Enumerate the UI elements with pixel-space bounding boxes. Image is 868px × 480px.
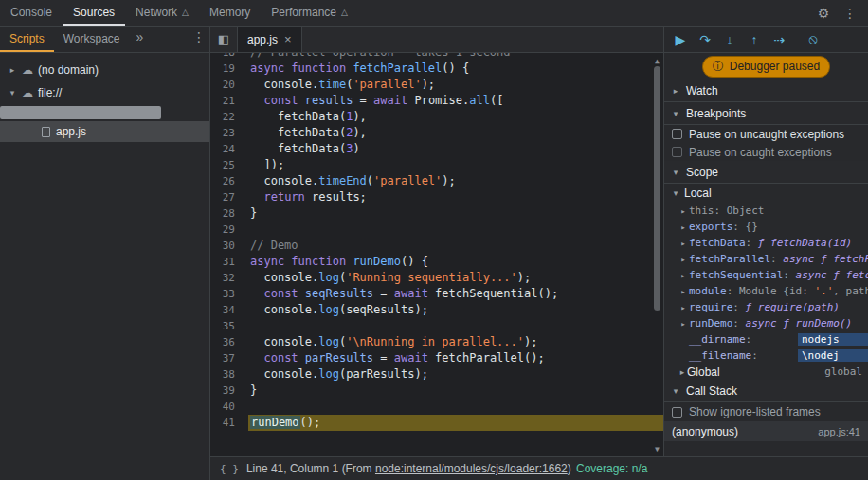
scope-global-row[interactable]: ▸ Global global <box>664 364 868 380</box>
scope-separator: : <box>783 269 795 281</box>
line-number[interactable]: 36 <box>210 334 248 350</box>
call-stack-frame[interactable]: (anonymous)app.js:41 <box>664 421 868 441</box>
step-out-icon[interactable]: ↑ <box>742 28 767 51</box>
deactivate-breakpoints-icon[interactable]: ⦸ <box>801 28 825 51</box>
code-line: 25 ]); <box>210 157 663 173</box>
line-number[interactable]: 26 <box>210 173 248 189</box>
line-number[interactable]: 31 <box>210 254 248 270</box>
code-token: const <box>263 287 298 300</box>
scope-separator: : <box>746 237 758 249</box>
scope-item-fetchsequential[interactable]: ▸fetchSequential: async ƒ fetchSequentia… <box>664 267 868 283</box>
scope-local-header[interactable]: ▾ Local <box>664 184 868 203</box>
section-watch[interactable]: ▸ Watch <box>664 80 868 102</box>
step-into-icon[interactable]: ↓ <box>717 28 742 51</box>
line-number[interactable]: 38 <box>210 366 248 382</box>
scope-variable-value: Module {id: '.', path: '.', …} <box>739 285 868 297</box>
code-text: // Parallel operation - takes 1 second <box>248 53 663 61</box>
scope-item-this[interactable]: ▸this: Object <box>664 203 868 219</box>
line-number[interactable]: 27 <box>210 189 248 205</box>
line-number[interactable]: 40 <box>210 399 248 415</box>
scope-variable-value: async ƒ fetchParallel() <box>783 253 868 265</box>
code-line: 19async function fetchParallel() { <box>210 61 663 77</box>
line-number[interactable]: 32 <box>210 270 248 286</box>
scope-item-fetchparallel[interactable]: ▸fetchParallel: async ƒ fetchParallel() <box>664 251 868 267</box>
settings-gear-icon[interactable]: ⚙ <box>813 3 834 24</box>
code-token: 'Running sequentially...' <box>346 271 517 284</box>
line-number[interactable]: 20 <box>210 77 248 93</box>
code-token: time <box>318 78 346 91</box>
scope-item-exports[interactable]: ▸exports: {} <box>664 219 868 235</box>
line-number[interactable]: 30 <box>210 238 248 254</box>
section-breakpoints[interactable]: ▾ Breakpoints <box>664 102 868 125</box>
scope-value-highlight: \nodej <box>798 349 868 362</box>
loader-source-link[interactable]: node:internal/modules/cjs/loader:1662 <box>375 462 568 475</box>
navigator-tab-scripts[interactable]: Scripts <box>0 27 54 52</box>
checkbox[interactable] <box>672 147 682 157</box>
line-number[interactable]: 28 <box>210 205 248 222</box>
tree-item-file-protocol[interactable]: ▾ ☁ file:// <box>0 81 209 104</box>
section-call-stack[interactable]: ▾ Call Stack <box>664 380 868 402</box>
tree-item-folder-redacted[interactable] <box>0 106 161 119</box>
from-prefix: (From <box>342 462 375 475</box>
editor-scrollbar[interactable]: ▲ ▼ <box>651 53 663 456</box>
scope-item-rundemo[interactable]: ▸runDemo: async ƒ runDemo() <box>664 315 868 331</box>
line-number[interactable]: 21 <box>210 93 248 109</box>
more-tabs-chevron-icon[interactable]: » <box>130 27 151 47</box>
pretty-print-icon[interactable]: { } <box>220 463 239 475</box>
line-number[interactable]: 41 <box>210 415 248 431</box>
triangle-right-icon: ▸ <box>8 65 17 75</box>
line-number[interactable]: 18 <box>210 53 248 61</box>
line-number[interactable]: 22 <box>210 109 248 125</box>
step-over-icon[interactable]: ↷ <box>693 28 717 51</box>
code-token: function <box>291 62 346 75</box>
navigator-tab-workspace[interactable]: Workspace <box>54 27 130 52</box>
close-tab-icon[interactable]: × <box>284 32 292 46</box>
resume-script-icon[interactable]: ▶ <box>668 28 693 51</box>
ignore-listed-checkbox[interactable] <box>672 407 682 418</box>
checkbox[interactable] <box>672 129 682 139</box>
code-editor: ◧ app.js × 18// Parallel operation - tak… <box>210 27 663 456</box>
info-icon: ⓘ <box>713 59 724 75</box>
top-tab-console[interactable]: Console <box>0 0 63 26</box>
line-number[interactable]: 33 <box>210 286 248 302</box>
triangle-down-icon: ▾ <box>671 168 680 177</box>
scope-item-require[interactable]: ▸require: ƒ require(path) <box>664 299 868 315</box>
triangle-right-icon: ▸ <box>678 222 689 232</box>
code-token: const <box>263 94 298 107</box>
line-number[interactable]: 37 <box>210 350 248 366</box>
toggle-navigator-icon[interactable]: ◧ <box>210 27 237 52</box>
scope-item-module[interactable]: ▸module: Module {id: '.', path: '.', …} <box>664 283 868 299</box>
tree-item-app-js-selected[interactable]: app.js <box>0 121 209 142</box>
top-tab-performance[interactable]: Performance△ <box>261 0 358 26</box>
line-number[interactable]: 24 <box>210 141 248 157</box>
line-number[interactable]: 23 <box>210 125 248 141</box>
code-token: log <box>318 303 339 316</box>
navigator-more-icon[interactable]: ⋮ <box>189 27 209 47</box>
top-tab-network[interactable]: Network△ <box>125 0 199 26</box>
scrollbar-thumb[interactable] <box>654 66 660 311</box>
scope-item--filename[interactable]: __filename: \nodej <box>664 347 868 364</box>
top-tab-memory[interactable]: Memory <box>199 0 261 26</box>
step-icon[interactable]: ⇢ <box>767 28 791 51</box>
scroll-down-icon[interactable]: ▼ <box>651 443 663 454</box>
code-text: async function runDemo() { <box>248 254 663 270</box>
scope-item-fetchdata[interactable]: ▸fetchData: ƒ fetchData(id) <box>664 235 868 251</box>
editor-tab-app-js[interactable]: app.js × <box>237 27 302 52</box>
code-token: ), <box>353 126 366 139</box>
scope-item--dirname[interactable]: __dirname: nodejs <box>664 331 868 347</box>
code-token: console. <box>250 78 318 91</box>
scroll-up-icon[interactable]: ▲ <box>651 55 663 66</box>
line-number[interactable]: 19 <box>210 61 248 77</box>
line-number[interactable]: 34 <box>210 302 248 318</box>
more-options-icon[interactable]: ⋮ <box>840 3 860 24</box>
section-scope[interactable]: ▾ Scope <box>664 161 868 184</box>
line-number[interactable]: 25 <box>210 157 248 173</box>
top-tab-sources[interactable]: Sources <box>63 0 125 26</box>
line-number[interactable]: 39 <box>210 382 248 399</box>
scope-separator: : <box>714 204 727 217</box>
code-token: fetchData( <box>250 126 346 139</box>
line-number[interactable]: 35 <box>210 318 248 334</box>
file-label: app.js <box>56 125 86 138</box>
tree-item-no-domain[interactable]: ▸ ☁ (no domain) <box>0 59 209 81</box>
line-number[interactable]: 29 <box>210 222 248 238</box>
